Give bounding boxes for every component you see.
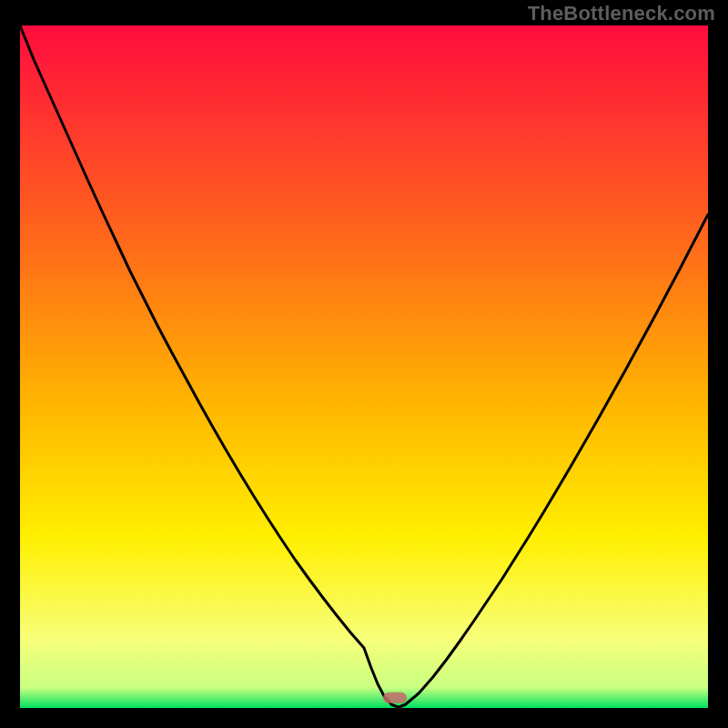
bottleneck-curve-chart: [20, 25, 708, 708]
plot-area: [20, 25, 708, 708]
svg-rect-0: [383, 693, 407, 703]
minimum-marker: [383, 693, 407, 703]
chart-container: TheBottleneck.com: [0, 0, 728, 728]
gradient-background: [20, 25, 708, 708]
attribution-label: TheBottleneck.com: [528, 2, 715, 25]
